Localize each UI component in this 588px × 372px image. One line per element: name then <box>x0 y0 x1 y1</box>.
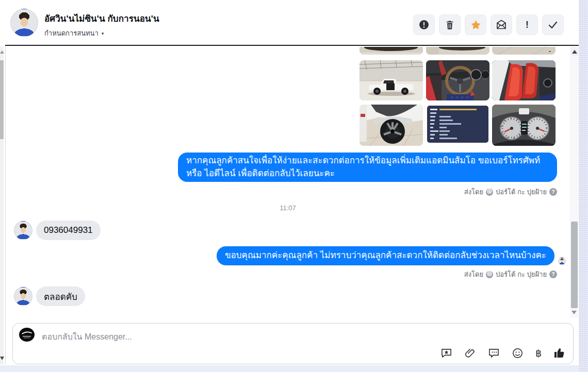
sent-by-name: ปอร์โต้ กะ ปุยฝ้าย <box>496 269 547 280</box>
delete-button[interactable] <box>439 14 461 35</box>
messenger-conversation-window: อัศวิน'นไม่ซิน'น กับการนอน'น กำหนดการสนท… <box>0 0 588 372</box>
scroll-up-arrow-icon <box>572 50 577 54</box>
outgoing-message-text: ขอบคุณมากค่ะคุณลูกค้า ไม่ทราบว่าคุณลูกค้… <box>225 249 546 262</box>
timestamp: 11:07 <box>280 204 296 212</box>
contact-message-avatar[interactable] <box>14 221 32 240</box>
bottom-edge-strip <box>0 365 579 372</box>
mark-unread-button[interactable] <box>491 14 512 35</box>
check-icon <box>548 20 558 30</box>
trash-icon <box>445 20 454 30</box>
scroll-down-arrow-icon[interactable] <box>0 357 4 360</box>
scheduled-messages-dropdown[interactable]: กำหนดการสนทนา ▾ <box>44 28 159 39</box>
scroll-down-arrow-icon[interactable] <box>571 311 577 314</box>
outgoing-message-bubble: ขอบคุณมากค่ะคุณลูกค้า ไม่ทราบว่าคุณลูกค้… <box>217 246 554 265</box>
scheduler-label: กำหนดการสนทนา <box>44 28 99 39</box>
car-floor-image <box>360 47 423 55</box>
help-icon[interactable]: ? <box>549 188 557 196</box>
reply-input[interactable]: ตอบกลับใน Messenger... <box>13 324 573 346</box>
sent-by-attribution: ส่งโดย ปอร์โต้ กะ ปุยฝ้าย ? <box>464 187 557 197</box>
saved-replies-button[interactable] <box>440 347 452 359</box>
like-icon <box>553 347 566 359</box>
photo-car-floor-2[interactable] <box>426 47 489 55</box>
steering-wheel-image <box>426 60 489 100</box>
left-scrollbar[interactable] <box>0 46 4 364</box>
photo-car-spec-sheet[interactable] <box>426 105 489 146</box>
incoming-message-text: 0936049931 <box>44 225 93 235</box>
sent-by-name: ปอร์โต้ กะ ปุยฝ้าย <box>496 187 547 197</box>
header-divider <box>5 45 579 46</box>
incoming-message-text: ตลอดคับ <box>44 290 77 303</box>
comment-button[interactable] <box>488 347 500 359</box>
emoji-icon <box>512 347 524 359</box>
saved-replies-icon <box>440 347 452 359</box>
payment-button[interactable]: ฿ <box>535 347 542 359</box>
attach-button[interactable] <box>464 347 476 359</box>
spec-sheet-image <box>426 105 489 146</box>
comment-icon <box>488 347 500 359</box>
left-scrollbar-thumb[interactable] <box>0 60 4 139</box>
chat-scrollbar-thumb[interactable] <box>571 222 578 308</box>
sent-by-attribution: ส่งโดย ปอร์โต้ กะ ปุยฝ้าย ? <box>464 269 557 280</box>
incoming-message-bubble: 0936049931 <box>36 221 101 240</box>
seen-avatar-icon <box>558 257 566 265</box>
contact-name: อัศวิน'นไม่ซิน'น กับการนอน'น <box>44 11 159 25</box>
emoji-button[interactable] <box>512 347 524 359</box>
gauges-image <box>492 105 556 146</box>
header-toolbar: ! <box>413 14 564 35</box>
front-wheel-image <box>360 105 423 146</box>
outgoing-message-bubble: หากคุณลูกค้าสนใจเพื่อให้ง่ายและสะดวกต่อก… <box>178 153 557 182</box>
reply-composer: ตอบกลับใน Messenger... ฿ <box>12 323 574 364</box>
help-icon[interactable]: ? <box>549 270 557 278</box>
car-floor-image <box>426 47 489 55</box>
exclamation-icon: ! <box>526 19 529 30</box>
chevron-down-icon: ▾ <box>102 31 104 36</box>
contact-avatar[interactable] <box>10 9 38 37</box>
photo-truck-side-view[interactable] <box>360 60 423 100</box>
contact-message-avatar[interactable] <box>14 287 32 306</box>
page-logo-avatar <box>19 328 35 342</box>
mark-important-button[interactable]: ! <box>516 14 538 35</box>
report-icon <box>419 20 429 30</box>
photo-red-racing-seats[interactable] <box>492 60 556 100</box>
incoming-message-bubble: ตลอดคับ <box>36 286 85 306</box>
star-icon <box>470 20 481 30</box>
mark-unread-icon <box>496 20 507 30</box>
page-avatar-icon <box>486 271 493 278</box>
contact-info: อัศวิน'นไม่ซิน'น กับการนอน'น กำหนดการสนท… <box>44 11 159 39</box>
red-seats-image <box>492 60 556 100</box>
photo-car-floor-1[interactable] <box>360 47 423 55</box>
outgoing-message-text: หากคุณลูกค้าสนใจเพื่อให้ง่ายและสะดวกต่อก… <box>186 155 549 179</box>
payment-icon: ฿ <box>535 347 542 359</box>
follow-up-button[interactable] <box>465 14 486 35</box>
chat-scroll-up-button[interactable] <box>570 47 578 56</box>
reply-placeholder: ตอบกลับใน Messenger... <box>42 330 132 343</box>
page-avatar-icon <box>486 189 493 196</box>
photo-steering-wheel-interior[interactable] <box>426 60 489 100</box>
attachment-icon <box>464 347 476 359</box>
window-edge-strip <box>579 0 588 372</box>
like-button[interactable] <box>553 347 566 359</box>
chat-scrollbar[interactable] <box>570 46 579 318</box>
car-floor-image <box>492 47 556 55</box>
scroll-up-arrow-icon[interactable] <box>0 50 4 54</box>
composer-toolbar: ฿ <box>440 347 566 359</box>
photo-front-wheel-closeup[interactable] <box>360 105 423 146</box>
photo-dashboard-gauges[interactable] <box>492 105 556 146</box>
sent-by-label: ส่งโดย <box>464 269 483 280</box>
report-button[interactable] <box>413 14 435 35</box>
chat-left-border <box>5 46 6 364</box>
sent-by-label: ส่งโดย <box>464 187 483 197</box>
mark-done-button[interactable] <box>542 14 564 35</box>
photo-car-floor-3[interactable] <box>492 47 556 55</box>
truck-side-image <box>360 60 423 100</box>
